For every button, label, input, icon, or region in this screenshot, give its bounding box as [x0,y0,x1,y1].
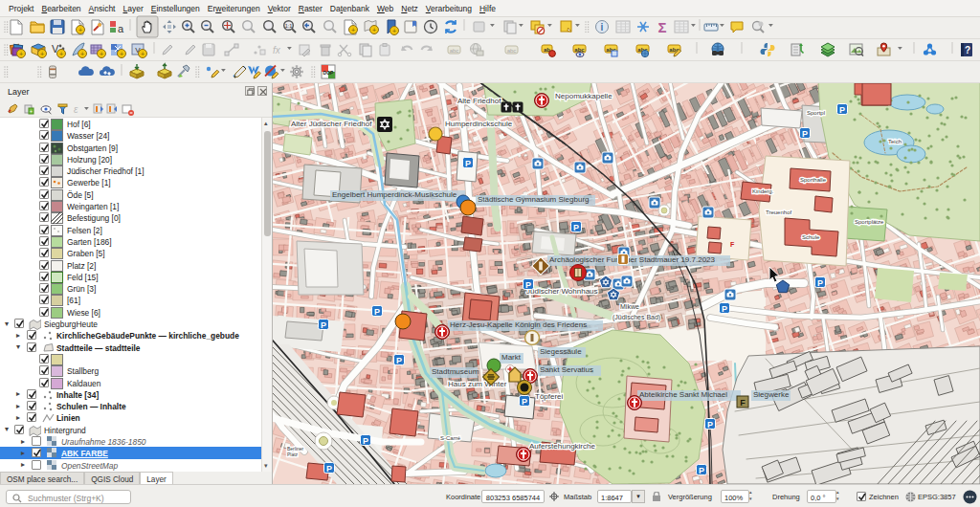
svg-text:P: P [522,397,527,407]
svg-text:fx: fx [273,45,281,55]
svg-text:Platz: Platz [287,452,299,457]
svg-text:Σ: Σ [657,19,666,35]
svg-text:P: P [396,356,402,365]
svg-text:Markt: Markt [501,353,522,362]
svg-text:(Jüdisches Bad): (Jüdisches Bad) [612,314,660,321]
svg-text:P: P [363,436,368,446]
svg-text:abc: abc [450,48,459,54]
svg-text:S-Carré: S-Carré [440,435,461,441]
svg-text:?: ? [965,45,970,55]
svg-text:Töpferei: Töpferei [535,392,564,401]
svg-text:F: F [740,398,746,408]
svg-text:P: P [722,304,727,314]
svg-text:+: + [372,27,376,33]
svg-text:Stadtmuseum: Stadtmuseum [432,367,479,376]
svg-text:Auferstehungkirche: Auferstehungkirche [529,442,595,451]
svg-text:+: + [19,51,23,57]
svg-text:Städtische Gymnasium Siegburg: Städtische Gymnasium Siegburg [478,195,590,204]
svg-text:DOP: DOP [323,70,335,76]
svg-text:+: + [392,28,396,34]
svg-text:P: P [465,159,471,168]
svg-text:P: P [707,420,713,430]
svg-text:Siegessäule: Siegessäule [540,347,582,356]
svg-text:Engelbert Humperdinck-Musiksch: Engelbert Humperdinck-Musikschule [332,190,457,199]
svg-text:Siegwerke: Siegwerke [753,390,790,399]
svg-text:Schule: Schule [802,234,820,240]
svg-text:P: P [802,129,808,139]
svg-text:+: + [30,108,33,114]
svg-text:P: P [326,464,332,474]
svg-text:+: + [78,27,82,33]
svg-text:+: + [100,51,103,57]
svg-text:Haus zum Winter: Haus zum Winter [448,380,507,388]
svg-text:Sportplätze: Sportplätze [855,219,884,225]
svg-text:a: a [118,23,124,34]
svg-text:Sankt Servatius: Sankt Servatius [540,365,593,374]
svg-text:Alte Friedhof: Alte Friedhof [457,97,501,105]
svg-text:1:1: 1:1 [285,23,293,29]
svg-text:Abteikirche Sankt Michael: Abteikirche Sankt Michael [639,390,727,399]
svg-text:Kinderg.: Kinderg. [752,188,774,194]
svg-text:+: + [59,51,63,57]
svg-text:+: + [120,51,123,57]
svg-text:abc: abc [507,48,517,54]
svg-text:P: P [374,307,380,317]
svg-text:i: i [601,22,604,33]
svg-text:+: + [80,51,84,57]
svg-text:P: P [817,278,823,288]
svg-text:ε: ε [74,104,78,115]
svg-text:P: P [573,223,579,232]
svg-text:Sportpl: Sportpl [807,110,825,116]
svg-text:P: P [321,320,326,330]
svg-text:P: P [525,280,531,290]
svg-text:Nepomukkapelle: Nepomukkapelle [555,92,612,100]
svg-text:Alter Jüdischer Friedhof: Alter Jüdischer Friedhof [291,120,372,128]
svg-text:abc: abc [574,47,585,53]
svg-text:Sporthalle: Sporthalle [800,177,827,183]
svg-text:Mikwe: Mikwe [620,303,639,310]
svg-text:Humperdinckschule: Humperdinckschule [445,120,513,128]
svg-text:P: P [839,105,845,115]
svg-text:+: + [141,51,145,57]
svg-text:P: P [699,466,704,475]
svg-text:Teich: Teich [888,139,902,144]
svg-text:Archäologischer Fund der Stadt: Archäologischer Fund der Stadtmauer 19.7… [549,255,716,264]
svg-text:Treuenhof: Treuenhof [766,209,791,215]
svg-text:Herz-Jesu-Kapelle Königin des: Herz-Jesu-Kapelle Königin des Friedens [450,320,587,329]
svg-text:F: F [730,241,735,248]
svg-text:Jüdischer Wohnhaus: Jüdischer Wohnhaus [526,287,598,296]
svg-text:+: + [351,27,355,33]
svg-text:+: + [40,51,44,57]
